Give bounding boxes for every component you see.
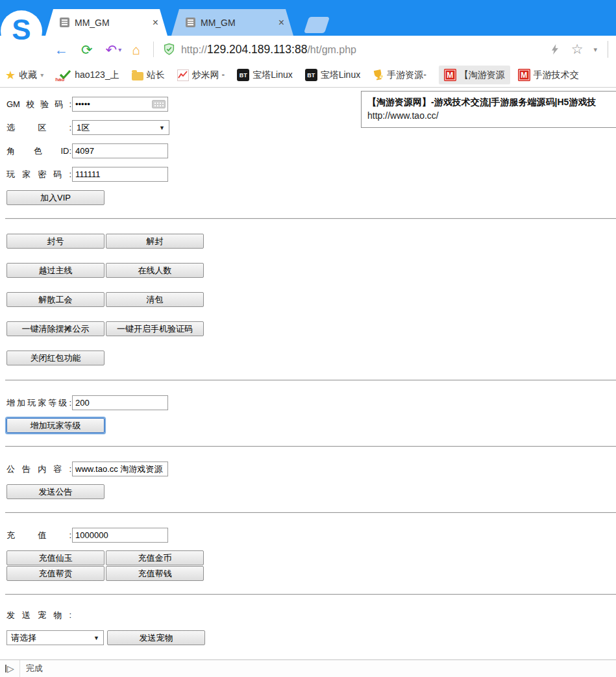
back-icon[interactable]: ← (55, 43, 68, 56)
ban-account-button[interactable]: 封号 (6, 234, 105, 249)
bookmark-hao123[interactable]: hao hao123_上 (56, 69, 119, 81)
tab-close-icon[interactable]: × (151, 18, 160, 28)
tooltip-title: 【淘游资源网】-游戏技术交流|手游服务端源码|H5游戏技 (367, 95, 616, 109)
online-count-button[interactable]: 在线人数 (106, 263, 204, 278)
send-pet-label: 发送宠物: (6, 609, 71, 621)
send-pet-button[interactable]: 发送宠物 (107, 630, 205, 645)
toolbar-divider (608, 41, 608, 58)
bookmark-shouyou-ziyuan[interactable]: 手游资源- (373, 69, 426, 81)
clear-stall-notice-button[interactable]: 一键清除摆摊公示 (6, 321, 105, 336)
tab-strip: MM_GM × MM_GM × (45, 9, 327, 36)
undo-icon[interactable]: ↶ (106, 43, 117, 56)
notice-content-input[interactable] (72, 462, 168, 476)
gm-code-label: GM校验码: (6, 99, 71, 110)
bookmarks-bar: ★ 收藏 ▾ hao hao123_上 站长 炒米网 - BT 宝塔Linux … (0, 63, 616, 88)
favorite-star-icon[interactable]: ☆ (571, 42, 584, 57)
section-divider (5, 512, 616, 513)
favorites-star-icon: ★ (5, 68, 16, 82)
url-path: /ht/gm.php (307, 44, 356, 55)
tab-title: MM_GM (201, 18, 277, 28)
bookmark-zhanzhang[interactable]: 站长 (132, 69, 165, 81)
section-divider (5, 446, 616, 447)
page-favicon-icon (60, 18, 69, 27)
toolbar-dropdown-icon[interactable]: ▾ (593, 45, 597, 54)
sogou-logo-letter: S (12, 16, 31, 44)
new-tab-button[interactable] (304, 17, 330, 33)
home-icon[interactable]: ⌂ (132, 43, 140, 56)
unban-account-button[interactable]: 解封 (106, 234, 204, 249)
send-notice-button[interactable]: 发送公告 (6, 484, 105, 499)
sogou-logo: S (1, 10, 42, 52)
section-divider (5, 380, 616, 381)
section-divider (5, 594, 616, 595)
add-level-label: 增加玩家等级: (6, 397, 71, 409)
url-host: 129.204.189.113:88 (207, 43, 307, 56)
m-icon: M (444, 69, 456, 81)
bookmark-chaomiwang[interactable]: 炒米网 - (177, 69, 225, 81)
player-password-input[interactable] (72, 167, 168, 182)
tab-mm-gm-active[interactable]: MM_GM × (45, 9, 167, 36)
sidebar-toggle-icon[interactable]: ▷ (0, 664, 19, 673)
bookmark-tooltip: 【淘游资源网】-游戏技术交流|手游服务端源码|H5游戏技 http://www.… (361, 91, 616, 128)
disable-redpacket-button[interactable]: 关闭红包功能 (6, 351, 105, 365)
toolbar-divider (153, 42, 154, 57)
enable-phone-verify-button[interactable]: 一键开启手机验证码 (106, 321, 204, 336)
url-scheme: http:// (181, 44, 207, 55)
skip-mainline-button[interactable]: 越过主线 (6, 263, 105, 278)
notice-content-label: 公告内容: (6, 463, 71, 475)
m-icon: M (518, 69, 530, 81)
status-bar: ▷ 完成 (0, 659, 616, 677)
role-id-input[interactable] (72, 143, 168, 158)
zone-label: 选区: (6, 122, 71, 134)
zone-select[interactable]: 1区 ▼ (72, 120, 169, 135)
trophy-icon (373, 69, 384, 80)
join-vip-button[interactable]: 加入VIP (6, 190, 105, 205)
browser-titlebar: MM_GM × MM_GM × (0, 0, 616, 36)
disband-guild-button[interactable]: 解散工会 (6, 292, 105, 307)
recharge-banggong-button[interactable]: 充值帮贡 (6, 566, 105, 581)
role-id-label: 角色ID: (6, 145, 71, 157)
status-divider (19, 660, 20, 677)
add-level-input[interactable] (72, 395, 168, 410)
clear-bag-button[interactable]: 清包 (106, 292, 204, 307)
chart-icon (177, 69, 189, 81)
recharge-xianyu-button[interactable]: 充值仙玉 (6, 550, 105, 565)
bookmark-baota-linux-1[interactable]: BT 宝塔Linux (237, 69, 292, 81)
chevron-down-icon: ▾ (40, 71, 43, 79)
page-favicon-icon (186, 18, 195, 27)
status-text: 完成 (26, 663, 43, 674)
keyboard-icon[interactable] (152, 100, 166, 108)
player-password-label: 玩家密码: (6, 169, 71, 180)
recharge-gold-button[interactable]: 充值金币 (106, 550, 204, 565)
tab-close-icon[interactable]: × (277, 18, 286, 28)
hao123-icon: hao (56, 69, 71, 81)
chevron-down-icon: ▼ (93, 635, 99, 641)
security-shield-icon[interactable] (163, 43, 175, 56)
undo-dropdown-icon[interactable]: ▾ (118, 46, 121, 53)
zone-select-value: 1区 (77, 122, 90, 134)
section-divider (5, 218, 616, 219)
bt-icon: BT (237, 69, 249, 81)
chevron-down-icon: ▼ (159, 125, 165, 131)
recharge-label: 充值: (6, 530, 71, 541)
folder-icon (132, 72, 143, 80)
bookmark-baota-linux-2[interactable]: BT 宝塔Linux (305, 69, 360, 81)
bookmark-taoyou-ziyuan[interactable]: M 【淘游资源 (439, 66, 510, 84)
pet-select-value: 请选择 (11, 632, 36, 644)
tab-mm-gm-inactive[interactable]: MM_GM × (171, 9, 293, 36)
browser-toolbar: ← ⟳ ↶ ▾ ⌂ http://129.204.189.113:88/ht/g… (0, 36, 616, 63)
bt-icon: BT (305, 69, 317, 81)
lightning-icon[interactable] (549, 43, 561, 56)
tab-title: MM_GM (75, 18, 151, 28)
refresh-icon[interactable]: ⟳ (81, 43, 93, 56)
recharge-input[interactable] (72, 528, 168, 543)
add-level-button[interactable]: 增加玩家等级 (6, 418, 105, 433)
tooltip-url: http://www.tao.cc/ (367, 109, 616, 123)
page-content: 【淘游资源网】-游戏技术交流|手游服务端源码|H5游戏技 http://www.… (0, 88, 616, 659)
recharge-bangqian-button[interactable]: 充值帮钱 (106, 566, 204, 581)
address-bar[interactable]: http://129.204.189.113:88/ht/gm.php (181, 43, 356, 56)
bookmark-favorites[interactable]: ★ 收藏 ▾ (5, 68, 43, 82)
bookmark-shouyou-jishu[interactable]: M 手游技术交 (518, 69, 579, 81)
pet-select[interactable]: 请选择 ▼ (6, 630, 104, 645)
